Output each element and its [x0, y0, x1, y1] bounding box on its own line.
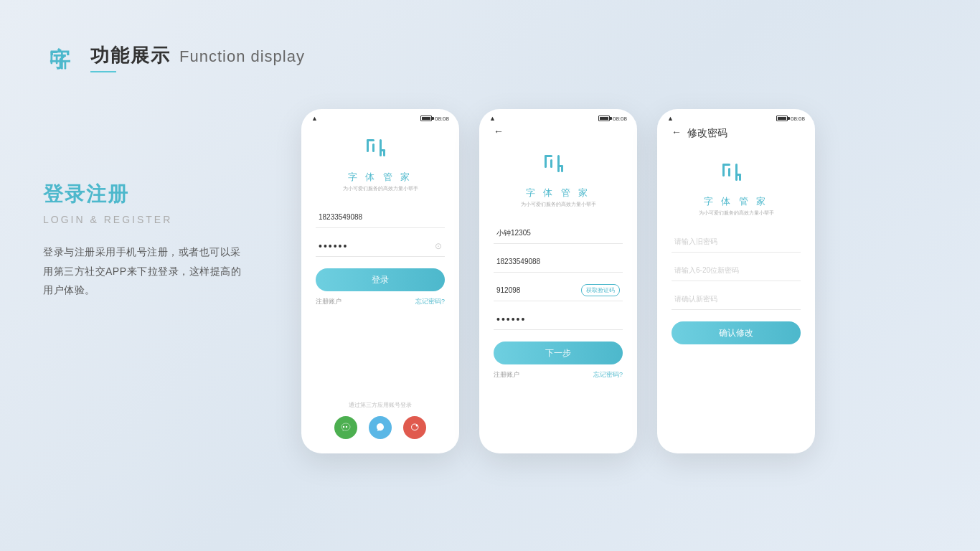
time-3: 08:08 [791, 116, 805, 122]
phone3-content: ← 修改密码 字 体 管 家 为小可爱们服务的高效力量小帮手 [657, 125, 815, 453]
phone3-new-placeholder: 请输入6-20位新密码 [674, 265, 739, 276]
header: 字 功能展示 Function display [0, 0, 980, 80]
social-section: 通过第三方应用账号登录 [316, 401, 445, 453]
svg-rect-12 [383, 149, 385, 156]
phone2-phone-value: 18233549088 [496, 258, 620, 265]
svg-rect-6 [65, 60, 67, 70]
phone1-content: 字 体 管 家 为小可爱们服务的高效力量小帮手 18233549088 ••••… [301, 125, 459, 453]
phones-container: ▲ 08:08 字 体 [301, 109, 815, 453]
svg-rect-8 [372, 143, 374, 152]
phone2-verify-code: 912098 [496, 286, 575, 294]
svg-rect-3 [50, 51, 57, 53]
phone1-phone-value: 18233549088 [319, 213, 442, 221]
phone2-content: ← 字 体 管 家 为小可爱们服务的高效力量小帮手 [479, 125, 637, 453]
phone1-links: 注册账户 忘记密码? [316, 297, 445, 306]
phone2-app-name: 字 体 管 家 [526, 187, 591, 199]
svg-rect-19 [557, 155, 560, 172]
status-bar-1: ▲ 08:08 [301, 109, 459, 125]
phone2-forgot-link[interactable]: 忘记密码? [593, 370, 623, 380]
header-title-cn: 功能展示 [90, 43, 171, 68]
phone1-password-dots: •••••• [319, 240, 435, 252]
signal-icon-3: ▲ [667, 115, 674, 122]
phone1-slogan: 为小可爱们服务的高效力量小帮手 [343, 185, 418, 192]
phone3-slogan: 为小可爱们服务的高效力量小帮手 [699, 209, 774, 217]
phone3-header-row: ← 修改密码 [672, 125, 801, 149]
forgot-link[interactable]: 忘记密码? [415, 297, 445, 306]
section-description: 登录与注册采用手机号注册，或者也可以采用第三方社交APP来下拉登录，这样提高的用… [43, 242, 244, 300]
eye-icon[interactable]: ⊙ [435, 241, 442, 251]
status-bar-3: ▲ 08:08 [657, 109, 815, 125]
time-1: 08:08 [435, 116, 449, 122]
phone-register: ▲ 08:08 ← [479, 109, 637, 453]
back-button-3[interactable]: ← [672, 125, 682, 142]
svg-rect-27 [739, 174, 741, 181]
svg-point-13 [343, 426, 344, 428]
battery-icon-1 [420, 116, 432, 121]
login-button[interactable]: 登录 [316, 268, 445, 291]
main-content: 登录注册 LOGIN & REGISTER 登录与注册采用手机号注册，或者也可以… [0, 80, 980, 453]
svg-rect-18 [545, 155, 552, 157]
section-title-en: LOGIN & REGISTER [43, 214, 244, 225]
phone1-logo [362, 136, 398, 168]
svg-rect-17 [550, 159, 552, 168]
header-title-en: Function display [179, 47, 305, 66]
svg-point-14 [346, 426, 347, 428]
phone2-register-link[interactable]: 注册账户 [494, 370, 519, 380]
next-button[interactable]: 下一步 [494, 342, 623, 364]
phone2-phone-field[interactable]: 18233549088 [494, 251, 623, 273]
weibo-button[interactable] [403, 416, 426, 439]
header-title-area: 功能展示 Function display [90, 43, 305, 72]
phone3-old-placeholder: 请输入旧密码 [674, 237, 717, 247]
social-icons [334, 416, 426, 439]
signal-icon-2: ▲ [489, 115, 496, 122]
svg-rect-24 [722, 164, 730, 166]
confirm-modify-button[interactable]: 确认修改 [672, 321, 801, 344]
social-text: 通过第三方应用账号登录 [349, 401, 412, 409]
phone2-password-dots: •••••• [496, 314, 620, 325]
left-section: 登录注册 LOGIN & REGISTER 登录与注册采用手机号注册，或者也可以… [43, 109, 244, 300]
phone3-confirm-placeholder: 请确认新密码 [674, 294, 717, 304]
phone2-slogan: 为小可爱们服务的高效力量小帮手 [521, 201, 596, 208]
svg-rect-25 [735, 164, 738, 181]
svg-rect-10 [380, 139, 382, 156]
register-link[interactable]: 注册账户 [316, 297, 341, 306]
phone-change-password: ▲ 08:08 ← 修改密码 [657, 109, 815, 453]
signal-icon: ▲ [311, 115, 318, 122]
phone2-verify-row[interactable]: 912098 获取验证码 [494, 280, 623, 301]
phone1-password-field[interactable]: •••••• ⊙ [316, 235, 445, 257]
phone3-confirm-password[interactable]: 请确认新密码 [672, 288, 801, 310]
phone3-old-password[interactable]: 请输入旧密码 [672, 231, 801, 253]
wechat-button[interactable] [334, 416, 357, 439]
phone2-logo [540, 152, 576, 184]
phone2-username-value: 小钟12305 [496, 228, 620, 238]
phone1-app-name: 字 体 管 家 [348, 171, 413, 184]
phone2-password-field[interactable]: •••••• [494, 309, 623, 330]
battery-icon-2 [598, 116, 610, 121]
svg-point-15 [416, 425, 418, 427]
page-title-3: 修改密码 [687, 127, 727, 140]
phone-login: ▲ 08:08 字 体 [301, 109, 459, 453]
logo: 字 [43, 46, 79, 77]
svg-rect-2 [56, 55, 58, 65]
battery-icon-3 [776, 116, 788, 121]
svg-rect-21 [561, 165, 563, 172]
get-verify-btn[interactable]: 获取验证码 [581, 284, 620, 296]
phone2-username-field[interactable]: 小钟12305 [494, 222, 623, 244]
time-2: 08:08 [613, 116, 627, 122]
phone1-phone-field[interactable]: 18233549088 [316, 207, 445, 228]
phone3-new-password[interactable]: 请输入6-20位新密码 [672, 260, 801, 281]
header-divider [90, 71, 116, 72]
qq-button[interactable] [369, 416, 392, 439]
phone2-links: 注册账户 忘记密码? [494, 370, 623, 380]
svg-rect-9 [367, 139, 374, 141]
status-bar-2: ▲ 08:08 [479, 109, 637, 125]
phone3-app-name: 字 体 管 家 [704, 195, 769, 208]
back-button-2[interactable]: ← [494, 124, 504, 141]
section-title-cn: 登录注册 [43, 181, 244, 208]
phone3-logo [718, 161, 754, 192]
svg-rect-23 [728, 168, 730, 176]
